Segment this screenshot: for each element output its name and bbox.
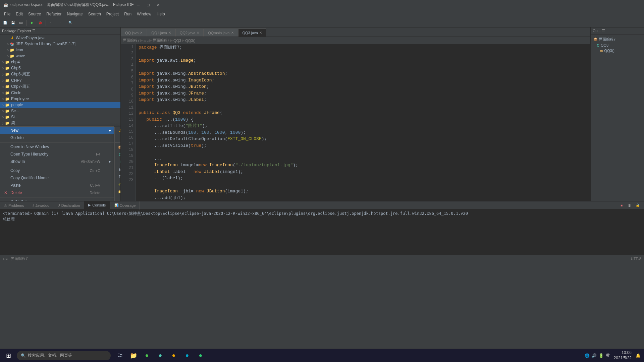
sub-record[interactable]: R Record bbox=[115, 173, 121, 180]
taskbar-search[interactable]: 🔍 搜索应用、文档、网页等 bbox=[17, 351, 111, 360]
pe-item-wave[interactable]: ▷ wave bbox=[0, 53, 120, 59]
taskbar-app-green[interactable]: ● bbox=[140, 349, 154, 362]
terminate-button[interactable]: ■ bbox=[618, 202, 625, 209]
pe-item-jian[interactable]: ▷ 简... bbox=[0, 120, 120, 126]
ctx-goto[interactable]: Go Into bbox=[0, 134, 114, 141]
outline-item-qq3[interactable]: C QQ3 bbox=[592, 43, 643, 48]
minimize-button[interactable]: ─ bbox=[134, 2, 143, 8]
scroll-lock-button[interactable]: 🔒 bbox=[634, 202, 641, 209]
maximize-button[interactable]: □ bbox=[144, 2, 153, 8]
search-button[interactable]: 🔍 bbox=[67, 19, 74, 26]
tab-javadoc[interactable]: J Javadoc bbox=[28, 201, 53, 209]
taskbar-app-folder[interactable]: 📁 bbox=[127, 349, 140, 362]
sub-annotation[interactable]: @ Annotation bbox=[115, 180, 121, 188]
code-text[interactable]: package 界面编程7; import java.awt.Image; im… bbox=[136, 44, 590, 201]
pe-item-chp7zw[interactable]: ▷ Chp7-周五 bbox=[0, 83, 120, 90]
menu-search[interactable]: Search bbox=[86, 11, 104, 17]
sub-java-working-set[interactable]: Java Working Set bbox=[115, 195, 121, 201]
tab-close-icon[interactable]: ✕ bbox=[197, 31, 199, 35]
taskbar-app-yellow[interactable]: ● bbox=[167, 349, 180, 362]
taskbar-app-green2[interactable]: ● bbox=[194, 349, 207, 362]
debug-button[interactable]: 🐞 bbox=[37, 19, 44, 26]
ctx-open-type-hierarchy[interactable]: Open Type Hierarchy F4 bbox=[0, 150, 114, 158]
tab-problems[interactable]: ⚠ Problems bbox=[0, 201, 28, 209]
bc-item[interactable]: 界面编程7 bbox=[153, 38, 169, 43]
tab-console[interactable]: ▶ Console bbox=[84, 201, 110, 209]
start-button[interactable]: ⊞ bbox=[0, 349, 17, 362]
tab-qq[interactable]: QQ.java ✕ bbox=[121, 28, 147, 37]
outline-item-constructor[interactable]: m QQ3() bbox=[592, 48, 643, 53]
pe-item-people[interactable]: ▽ people bbox=[0, 102, 120, 108]
tab-qq1[interactable]: QQ1.java ✕ bbox=[147, 28, 175, 37]
tab-declaration[interactable]: D Declaration bbox=[53, 201, 84, 209]
ctx-paste[interactable]: Paste Ctrl+V bbox=[0, 182, 114, 189]
menu-run[interactable]: Run bbox=[121, 11, 134, 17]
pe-item-circle[interactable]: ▷ Circle bbox=[0, 90, 120, 96]
pe-label: Chp7-周五 bbox=[11, 84, 30, 89]
ctx-build-path[interactable]: Build Path bbox=[0, 198, 114, 201]
menu-project[interactable]: Project bbox=[104, 11, 121, 17]
tab-close-icon[interactable]: ✕ bbox=[140, 31, 143, 35]
menu-edit[interactable]: Edit bbox=[13, 11, 25, 17]
tab-qqmain[interactable]: QQmain.java ✕ bbox=[204, 28, 238, 37]
expand-arrow: ▷ bbox=[1, 122, 5, 125]
pe-item-jre[interactable]: ▷ 📚 JRE System Library [JavaSE-1.7] bbox=[0, 41, 120, 47]
tab-qq2[interactable]: QQ2.java ✕ bbox=[175, 28, 204, 37]
notification-icon[interactable]: 🔔 bbox=[636, 353, 641, 358]
menu-help[interactable]: Help bbox=[154, 11, 168, 17]
menu-file[interactable]: File bbox=[1, 11, 13, 17]
pe-item-sc[interactable]: ▷ Sc... bbox=[0, 108, 120, 114]
clear-console-button[interactable]: 🗑 bbox=[626, 202, 633, 209]
menu-navigate[interactable]: Navigate bbox=[64, 11, 85, 17]
pe-item-chp5[interactable]: ▷ Chp5 bbox=[0, 65, 120, 71]
taskbar-app-blue[interactable]: ● bbox=[154, 349, 167, 362]
pe-item-waveplayer[interactable]: J WavePlayer.java bbox=[0, 35, 120, 41]
sub-project[interactable]: Project... bbox=[115, 134, 121, 142]
pe-item-employee[interactable]: ▷ Employee bbox=[0, 96, 120, 102]
code-content[interactable]: 1 2 3 4 5 6 7 8 9 10 11 12 13 14 15 16 1… bbox=[121, 44, 590, 201]
sub-source-folder[interactable]: 📁 Source Folder bbox=[115, 188, 121, 195]
pe-item-chp7[interactable]: ▷ CHP7 bbox=[0, 77, 120, 83]
menu-refactor[interactable]: Refactor bbox=[44, 11, 64, 17]
sub-class[interactable]: C Class bbox=[115, 151, 121, 158]
menu-source[interactable]: Source bbox=[25, 11, 44, 17]
tab-qq3[interactable]: QQ3.java ✕ bbox=[238, 28, 266, 37]
outline-label: QQ3 bbox=[601, 43, 608, 47]
pe-item-icon[interactable]: ▷ icon bbox=[0, 47, 120, 53]
tab-close-icon[interactable]: ✕ bbox=[168, 31, 171, 35]
pe-label: Sc... bbox=[11, 109, 19, 113]
bc-item[interactable]: QQ3() bbox=[185, 39, 196, 43]
sub-java-project[interactable]: J Java Project bbox=[115, 127, 121, 134]
tab-coverage[interactable]: 📊 Coverage bbox=[110, 201, 140, 209]
run-button[interactable]: ▶ bbox=[29, 19, 36, 26]
menu-window[interactable]: Window bbox=[134, 11, 154, 17]
taskbar-app-explorer[interactable]: 🗂 bbox=[113, 349, 127, 362]
ctx-copy-qualified[interactable]: Copy Qualified Name bbox=[0, 174, 114, 182]
pe-item-st[interactable]: ▷ St... bbox=[0, 114, 120, 120]
outline-item-pkg[interactable]: 📦 界面编程7 bbox=[592, 36, 643, 43]
pe-item-chp6[interactable]: ▷ Chp6-周五 bbox=[0, 71, 120, 77]
save-button[interactable]: 💾 bbox=[9, 19, 17, 26]
ctx-show-in[interactable]: Show In Alt+Shift+W bbox=[0, 158, 114, 165]
pe-item-chp4[interactable]: ▷ chp4 bbox=[0, 59, 120, 65]
status-bar: src - 界面编程7 UTF-8 bbox=[0, 255, 644, 262]
tab-close-icon[interactable]: ✕ bbox=[231, 31, 234, 35]
bc-item[interactable]: 界面编程7 bbox=[123, 38, 140, 43]
ctx-delete[interactable]: ✕ Delete Delete bbox=[0, 189, 114, 196]
sub-interface[interactable]: I Interface bbox=[115, 158, 121, 166]
bc-item[interactable]: src bbox=[144, 39, 149, 43]
forward-button[interactable]: → bbox=[56, 19, 63, 26]
bc-item[interactable]: QQ3 bbox=[173, 39, 181, 43]
sub-package[interactable]: 📦 Package bbox=[115, 143, 121, 151]
save-all-button[interactable]: 🗃 bbox=[17, 19, 25, 26]
back-button[interactable]: ← bbox=[48, 19, 55, 26]
taskbar-app-cyan[interactable]: ● bbox=[180, 349, 194, 362]
ctx-copy[interactable]: Copy Ctrl+C bbox=[0, 167, 114, 174]
ctx-new[interactable]: New bbox=[0, 127, 114, 134]
source-folder-icon: 📁 bbox=[117, 189, 121, 194]
ctx-open-new-window[interactable]: Open in New Window bbox=[0, 143, 114, 150]
new-button[interactable]: 📄 bbox=[1, 19, 9, 26]
close-button[interactable]: ✕ bbox=[154, 2, 163, 8]
tab-close-icon[interactable]: ✕ bbox=[259, 31, 262, 35]
sub-enum[interactable]: E Enum bbox=[115, 166, 121, 173]
